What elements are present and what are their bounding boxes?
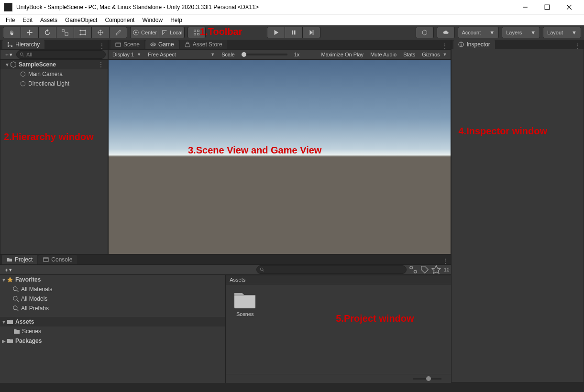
custom-tool[interactable] [110, 27, 127, 38]
menu-gameobject[interactable]: GameObject [61, 15, 101, 25]
context-menu-icon[interactable]: ⋮ [442, 258, 448, 264]
menu-edit[interactable]: Edit [19, 15, 36, 25]
collab-button[interactable] [416, 27, 434, 38]
rotate-tool[interactable] [39, 27, 56, 38]
svg-point-9 [85, 30, 86, 31]
unity-icon [10, 61, 17, 68]
fav-item-1[interactable]: All Models [0, 294, 225, 304]
aspect-dropdown[interactable]: Free Aspect▼ [145, 52, 218, 57]
search-icon [12, 305, 19, 312]
fav-item-0[interactable]: All Materials [0, 284, 225, 294]
snap-group [187, 27, 206, 38]
hierarchy-item-light[interactable]: Directional Light [0, 79, 108, 88]
svg-point-52 [461, 43, 462, 44]
filter-by-label-icon[interactable] [420, 265, 430, 274]
project-tab[interactable]: Project [2, 255, 37, 264]
gizmos-dropdown[interactable]: Gizmos▼ [419, 52, 450, 57]
context-menu-icon[interactable]: ⋮ [442, 43, 448, 49]
asset-store-tab[interactable]: Asset Store [180, 40, 227, 49]
project-search[interactable] [256, 265, 407, 274]
stats-toggle[interactable]: Stats [400, 52, 418, 57]
gameobject-icon [20, 80, 26, 87]
menu-window[interactable]: Window [138, 15, 166, 25]
snap-button[interactable] [187, 27, 206, 38]
svg-rect-22 [292, 31, 293, 35]
transform-tool[interactable] [92, 27, 110, 38]
svg-rect-36 [44, 258, 48, 261]
bag-icon [185, 42, 190, 47]
context-menu-icon[interactable]: ⋮ [575, 43, 581, 49]
svg-point-10 [79, 34, 81, 35]
svg-point-44 [13, 287, 17, 291]
pause-button[interactable] [285, 27, 303, 38]
annotation-5: 5.Project window [336, 313, 414, 324]
assets-row[interactable]: ▼ Assets [0, 317, 225, 327]
scale-slider[interactable] [242, 54, 287, 55]
create-button[interactable]: ＋▾ [2, 266, 14, 273]
hierarchy-tab[interactable]: Hierarchy [2, 40, 44, 49]
context-menu-icon[interactable]: ⋮ [99, 43, 105, 49]
fav-item-2[interactable]: All Prefabs [0, 304, 225, 313]
hand-tool[interactable] [3, 27, 21, 38]
hidden-packages-icon[interactable]: 10 [443, 267, 449, 272]
layout-dropdown[interactable]: Layout▼ [543, 27, 581, 38]
play-button[interactable] [267, 27, 285, 38]
menu-assets[interactable]: Assets [36, 15, 61, 25]
svg-rect-18 [194, 30, 196, 32]
step-button[interactable] [303, 27, 320, 38]
svg-rect-21 [198, 33, 199, 35]
asset-size-slider[interactable] [413, 378, 441, 380]
inspector-body [452, 49, 584, 382]
space-button[interactable]: Local [159, 27, 185, 38]
project-breadcrumb[interactable]: Assets [226, 275, 451, 284]
search-icon [260, 267, 264, 272]
pivot-button[interactable]: Center [130, 27, 159, 38]
svg-rect-33 [151, 43, 155, 46]
folder-icon [13, 328, 20, 335]
hierarchy-item-camera[interactable]: Main Camera [0, 69, 108, 79]
inspector-tab[interactable]: Inspector [453, 40, 495, 49]
search-icon [12, 295, 19, 302]
layers-dropdown[interactable]: Layers▼ [502, 27, 540, 38]
account-dropdown[interactable]: Account▼ [458, 27, 499, 38]
menu-file[interactable]: File [2, 15, 19, 25]
search-icon [12, 286, 19, 293]
asset-grid[interactable]: Scenes 5.Project window [226, 284, 451, 374]
create-button[interactable]: ＋▾ [2, 51, 14, 58]
rect-tool[interactable] [74, 27, 92, 38]
menu-help[interactable]: Help [166, 15, 186, 25]
svg-line-45 [17, 290, 19, 292]
menu-component[interactable]: Component [101, 15, 138, 25]
svg-rect-1 [545, 5, 550, 10]
scale-tool[interactable] [56, 27, 74, 38]
menu-bar: File Edit Assets GameObject Component Wi… [0, 14, 584, 25]
folder-item-scenes[interactable]: Scenes [231, 289, 259, 317]
maximize-button[interactable] [536, 0, 558, 14]
maximize-on-play-toggle[interactable]: Maximize On Play [318, 52, 366, 57]
svg-line-49 [17, 309, 19, 311]
close-button[interactable] [558, 0, 580, 14]
hierarchy-search[interactable]: All [16, 50, 106, 59]
scene-row[interactable]: ▼ SampleScene ⋮ [0, 60, 108, 69]
hierarchy-panel: Hierarchy ⋮ ＋▾ All ▼ SampleS [0, 40, 108, 254]
window-title: UnityBook - SampleScene - PC, Mac & Linu… [16, 4, 514, 11]
svg-point-41 [410, 266, 413, 269]
minimize-button[interactable] [514, 0, 536, 14]
filter-by-type-icon[interactable] [408, 265, 418, 274]
console-icon [43, 257, 49, 262]
assets-item-0[interactable]: Scenes [0, 327, 225, 336]
svg-rect-20 [194, 33, 196, 35]
cloud-button[interactable] [437, 27, 455, 38]
packages-row[interactable]: ▶ Packages [0, 336, 225, 346]
mute-audio-toggle[interactable]: Mute Audio [367, 52, 399, 57]
console-tab[interactable]: Console [38, 255, 77, 264]
display-dropdown[interactable]: Display 1▼ [110, 52, 144, 57]
scene-tab[interactable]: Scene [110, 40, 144, 49]
favorite-filter-icon[interactable] [431, 265, 441, 274]
move-tool[interactable] [21, 27, 39, 38]
svg-point-29 [20, 53, 23, 55]
game-tab[interactable]: Game [145, 40, 179, 49]
favorites-row[interactable]: ▼ Favorites [0, 275, 225, 284]
scale-label: Scale [219, 52, 238, 57]
game-view[interactable] [109, 60, 451, 254]
